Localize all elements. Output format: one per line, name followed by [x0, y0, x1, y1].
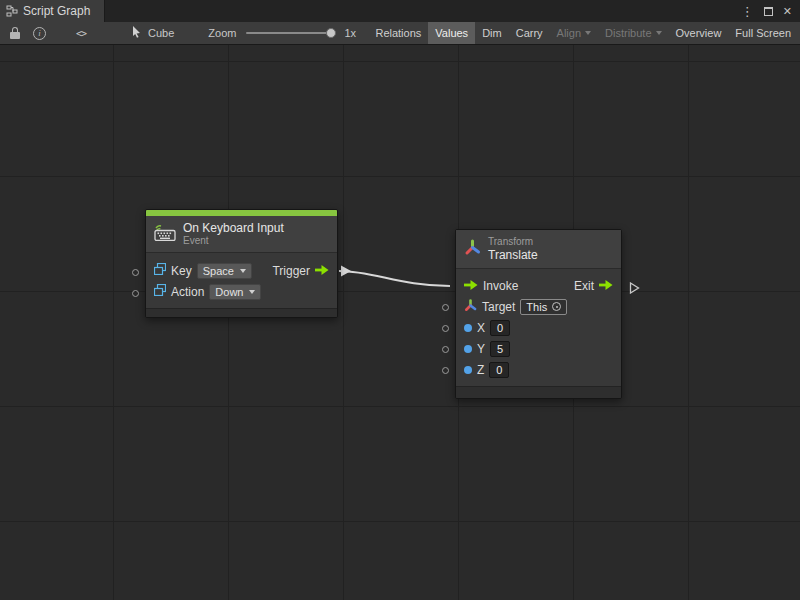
lock-icon[interactable] [9, 26, 21, 40]
graph-canvas[interactable]: On Keyboard Input Event Key Space Trigge… [0, 45, 800, 600]
z-input-port[interactable] [442, 367, 449, 374]
z-row: Z 0 [464, 359, 613, 380]
distribute-button: Distribute [598, 22, 668, 44]
wire-arrowhead [341, 266, 351, 277]
action-label: Action [171, 285, 204, 299]
key-label: Key [171, 264, 192, 278]
transform-small-icon [464, 299, 477, 315]
z-label: Z [477, 363, 484, 377]
exit-label: Exit [574, 279, 594, 293]
relations-button[interactable]: Relations [368, 22, 428, 44]
y-port-dot [464, 345, 472, 353]
value-input-icon [154, 263, 166, 278]
key-row: Key Space Trigger [154, 260, 329, 281]
values-button[interactable]: Values [428, 22, 475, 44]
node-title: On Keyboard Input [183, 221, 284, 235]
target-row: Target This [464, 296, 613, 317]
pick-cursor-icon [132, 26, 143, 40]
y-value-field[interactable]: 5 [490, 341, 510, 357]
node-header[interactable]: Transform Translate [456, 230, 621, 269]
titlebar: Script Graph ⋮ ✕ [0, 0, 800, 22]
carry-button[interactable]: Carry [509, 22, 550, 44]
tab-script-graph[interactable]: Script Graph [0, 0, 105, 22]
node-transform-translate[interactable]: Transform Translate Invoke Exit [455, 229, 622, 399]
invoke-label: Invoke [483, 279, 518, 293]
node-footer [146, 308, 337, 317]
zoom-label: Zoom [208, 27, 236, 39]
connection-wire [0, 45, 800, 600]
keyboard-icon [154, 224, 176, 245]
dim-button[interactable]: Dim [475, 22, 509, 44]
node-header[interactable]: On Keyboard Input Event [146, 216, 337, 253]
key-dropdown[interactable]: Space [197, 263, 252, 279]
y-input-port[interactable] [442, 346, 449, 353]
value-input-icon [154, 284, 166, 299]
info-icon[interactable]: i [33, 27, 46, 40]
object-picker-icon[interactable] [552, 302, 561, 311]
target-object-label[interactable]: Cube [148, 27, 174, 39]
x-value-field[interactable]: 0 [490, 320, 510, 336]
window-menu-icon[interactable]: ⋮ [741, 5, 754, 18]
action-input-port[interactable] [132, 290, 139, 297]
toolbar: i <> Cube Zoom 1x Relations Values Dim C… [0, 22, 800, 45]
graph-icon [6, 5, 18, 17]
key-input-port[interactable] [132, 269, 139, 276]
x-label: X [477, 321, 485, 335]
toolbar-spacer [356, 22, 368, 44]
z-port-dot [464, 366, 472, 374]
node-category: Transform [488, 236, 538, 248]
target-label: Target [482, 300, 515, 314]
exit-ghost-arrow-icon[interactable] [629, 280, 640, 298]
x-input-port[interactable] [442, 325, 449, 332]
trigger-label: Trigger [272, 264, 310, 278]
zoom-slider-knob[interactable] [326, 28, 336, 38]
maximize-icon[interactable] [764, 7, 773, 16]
chevron-down-icon [585, 31, 591, 35]
chevron-down-icon [240, 269, 246, 273]
y-label: Y [477, 342, 485, 356]
node-footer [456, 386, 621, 398]
zoom-value: 1x [344, 27, 356, 39]
fullscreen-button[interactable]: Full Screen [728, 22, 798, 44]
chevron-down-icon [656, 31, 662, 35]
target-input-port[interactable] [442, 304, 449, 311]
chevron-down-icon [249, 290, 255, 294]
transform-icon [464, 239, 481, 260]
zoom-slider[interactable] [246, 32, 334, 34]
x-row: X 0 [464, 317, 613, 338]
invoke-row: Invoke Exit [464, 275, 613, 296]
titlebar-spacer [105, 0, 740, 22]
lock-body [10, 32, 20, 39]
y-row: Y 5 [464, 338, 613, 359]
z-value-field[interactable]: 0 [489, 362, 509, 378]
align-button: Align [550, 22, 598, 44]
close-icon[interactable]: ✕ [783, 6, 792, 17]
node-subtitle: Event [183, 235, 284, 247]
invoke-port-icon[interactable] [464, 279, 478, 293]
exit-port-icon[interactable] [599, 279, 613, 293]
overview-button[interactable]: Overview [669, 22, 729, 44]
trigger-port-icon[interactable] [315, 264, 329, 278]
node-on-keyboard-input[interactable]: On Keyboard Input Event Key Space Trigge… [145, 209, 338, 318]
x-port-dot [464, 324, 472, 332]
tab-title: Script Graph [23, 4, 90, 18]
node-title: Translate [488, 248, 538, 262]
action-row: Action Down [154, 281, 329, 302]
code-icon[interactable]: <> [76, 28, 86, 39]
action-dropdown[interactable]: Down [209, 284, 261, 300]
target-object-field[interactable]: This [520, 299, 567, 315]
